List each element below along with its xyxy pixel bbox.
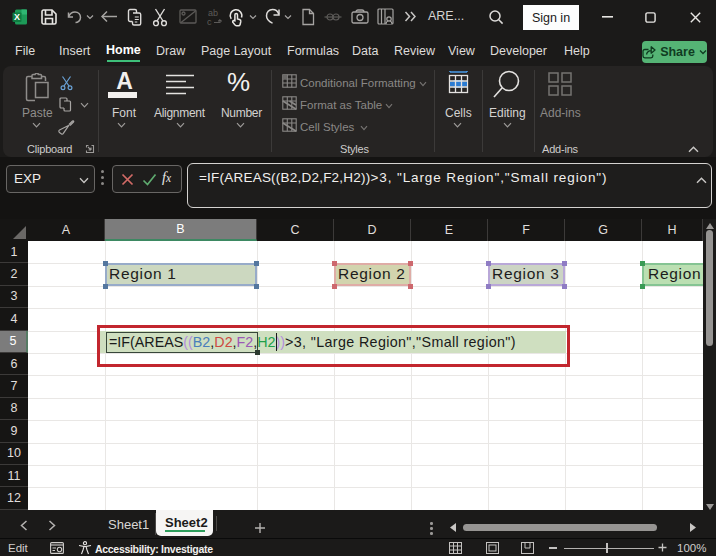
svg-text:X: X [14,12,20,22]
svg-text:c: c [207,17,212,26]
